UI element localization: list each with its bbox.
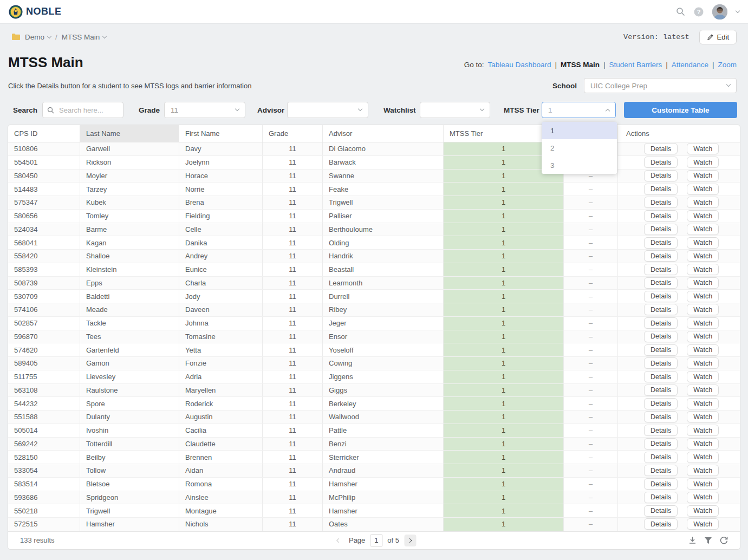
- watch-button[interactable]: Watch: [687, 210, 719, 222]
- watch-button[interactable]: Watch: [687, 197, 719, 208]
- watch-button[interactable]: Watch: [687, 317, 719, 329]
- details-button[interactable]: Details: [644, 143, 678, 154]
- watch-button[interactable]: Watch: [687, 344, 719, 356]
- mtss-tier-option-2[interactable]: 2: [542, 139, 617, 157]
- cell-cps-id: 580450: [8, 170, 80, 183]
- page-number-input[interactable]: [370, 534, 382, 547]
- watch-button[interactable]: Watch: [687, 170, 719, 181]
- watch-button[interactable]: Watch: [687, 237, 719, 249]
- watch-button[interactable]: Watch: [687, 143, 719, 154]
- details-button[interactable]: Details: [644, 385, 678, 396]
- details-button[interactable]: Details: [644, 492, 678, 503]
- details-button[interactable]: Details: [644, 478, 678, 490]
- column-header-cps-id[interactable]: CPS ID: [8, 125, 80, 142]
- watch-button[interactable]: Watch: [687, 505, 719, 517]
- details-button[interactable]: Details: [644, 452, 678, 463]
- refresh-icon[interactable]: [720, 536, 728, 544]
- details-button[interactable]: Details: [644, 264, 678, 275]
- table-row: 558420 Shalloe Andrey 11 Handrik 1 – Det…: [8, 250, 740, 263]
- cell-mtss-tier: 1: [444, 303, 564, 316]
- mtss-tier-option-1[interactable]: 1: [542, 122, 617, 139]
- watch-button[interactable]: Watch: [687, 250, 719, 262]
- watch-button[interactable]: Watch: [687, 385, 719, 396]
- details-button[interactable]: Details: [644, 465, 678, 476]
- details-button[interactable]: Details: [644, 425, 678, 436]
- watch-button[interactable]: Watch: [687, 277, 719, 289]
- breadcrumb-folder[interactable]: Demo: [25, 33, 51, 41]
- breadcrumb-page[interactable]: MTSS Main: [62, 33, 107, 41]
- mtss-tier-select[interactable]: 1 123: [542, 102, 616, 118]
- watch-button[interactable]: Watch: [687, 184, 719, 195]
- account-chevron-down-icon[interactable]: [736, 9, 740, 13]
- watch-button[interactable]: Watch: [687, 357, 719, 369]
- watch-button[interactable]: Watch: [687, 465, 719, 476]
- details-button[interactable]: Details: [644, 304, 678, 315]
- details-button[interactable]: Details: [644, 438, 678, 450]
- breadcrumb: Demo / MTSS Main: [11, 33, 106, 41]
- details-button[interactable]: Details: [644, 317, 678, 329]
- goto-link-tableau-dashboard[interactable]: Tableau Dashboard: [487, 61, 551, 69]
- details-button[interactable]: Details: [644, 197, 678, 208]
- details-button[interactable]: Details: [644, 291, 678, 302]
- goto-link-student-barriers[interactable]: Student Barriers: [609, 61, 662, 69]
- watch-button[interactable]: Watch: [687, 331, 719, 342]
- details-button[interactable]: Details: [644, 237, 678, 249]
- details-button[interactable]: Details: [644, 331, 678, 342]
- watch-button[interactable]: Watch: [687, 291, 719, 302]
- watch-button[interactable]: Watch: [687, 492, 719, 503]
- advisor-select[interactable]: [287, 102, 368, 118]
- mtss-tier-option-3[interactable]: 3: [542, 157, 617, 174]
- details-button[interactable]: Details: [644, 518, 678, 530]
- watch-button[interactable]: Watch: [687, 425, 719, 436]
- next-page-button[interactable]: [404, 535, 416, 546]
- column-header-first-name[interactable]: First Name: [179, 125, 263, 142]
- download-icon[interactable]: [688, 536, 697, 544]
- watch-button[interactable]: Watch: [687, 411, 719, 422]
- details-button[interactable]: Details: [644, 371, 678, 382]
- chevron-down-icon: [726, 82, 731, 87]
- details-button[interactable]: Details: [644, 411, 678, 422]
- column-header-advisor[interactable]: Advisor: [323, 125, 444, 142]
- search-icon[interactable]: [676, 7, 685, 16]
- details-button[interactable]: Details: [644, 398, 678, 409]
- watch-button[interactable]: Watch: [687, 438, 719, 450]
- customize-table-button[interactable]: Customize Table: [624, 102, 737, 118]
- details-button[interactable]: Details: [644, 505, 678, 517]
- help-icon[interactable]: ?: [694, 7, 704, 17]
- watch-button[interactable]: Watch: [687, 264, 719, 275]
- grade-select[interactable]: 11: [164, 102, 245, 118]
- advisor-label: Advisor: [257, 106, 284, 114]
- watch-button[interactable]: Watch: [687, 224, 719, 235]
- filter-icon[interactable]: [704, 537, 712, 544]
- brand[interactable]: NOBLE: [9, 5, 62, 19]
- watch-button[interactable]: Watch: [687, 518, 719, 530]
- details-button[interactable]: Details: [644, 224, 678, 235]
- details-button[interactable]: Details: [644, 157, 678, 168]
- details-button[interactable]: Details: [644, 277, 678, 289]
- watchlist-select[interactable]: [420, 102, 490, 118]
- watch-button[interactable]: Watch: [687, 157, 719, 168]
- avatar[interactable]: [712, 4, 727, 19]
- column-header-last-name[interactable]: Last Name: [80, 125, 179, 142]
- school-select[interactable]: UIC College Prep: [584, 78, 737, 93]
- watch-button[interactable]: Watch: [687, 371, 719, 382]
- watch-button[interactable]: Watch: [687, 478, 719, 490]
- prev-page-button[interactable]: [332, 535, 344, 546]
- details-button[interactable]: Details: [644, 250, 678, 262]
- details-button[interactable]: Details: [644, 170, 678, 181]
- details-button[interactable]: Details: [644, 357, 678, 369]
- cell-extra: –: [564, 330, 618, 343]
- watch-button[interactable]: Watch: [687, 304, 719, 315]
- search-input[interactable]: [42, 102, 123, 118]
- details-button[interactable]: Details: [644, 184, 678, 195]
- details-button[interactable]: Details: [644, 344, 678, 356]
- cell-mtss-tier: 1: [444, 438, 564, 451]
- goto-link-mtss-main[interactable]: MTSS Main: [561, 61, 600, 69]
- column-header-grade[interactable]: Grade: [263, 125, 323, 142]
- watch-button[interactable]: Watch: [687, 398, 719, 409]
- details-button[interactable]: Details: [644, 210, 678, 222]
- goto-link-attendance[interactable]: Attendance: [672, 61, 708, 69]
- edit-button[interactable]: Edit: [699, 30, 737, 44]
- goto-link-zoom[interactable]: Zoom: [718, 61, 737, 69]
- watch-button[interactable]: Watch: [687, 452, 719, 463]
